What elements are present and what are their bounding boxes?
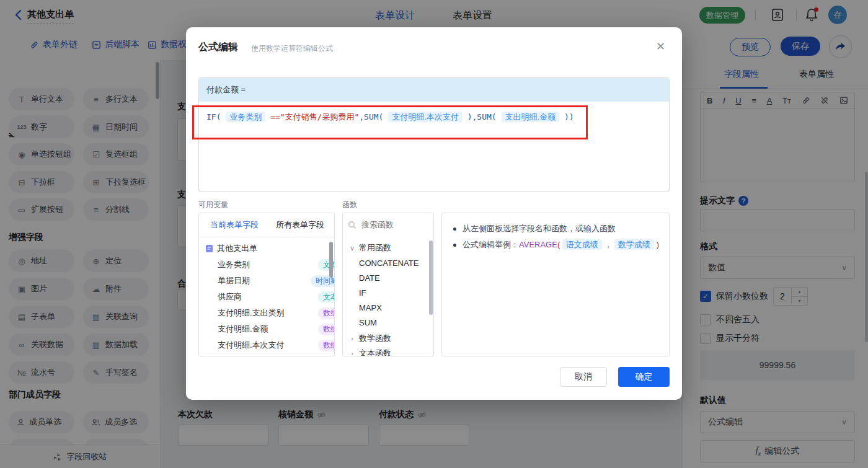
variable-row[interactable]: 业务类别文本 xyxy=(199,257,335,273)
app-root: 其他支出单 表单设计 表单设置 数据管理 存 表单外链 后端脚本 数据权限 预览… xyxy=(0,0,868,468)
tree-root[interactable]: 其他支出单 xyxy=(199,241,335,257)
example-chip: 数学成绩 xyxy=(614,239,654,250)
variables-label: 可用变量 xyxy=(198,200,228,210)
variables-scrollbar[interactable] xyxy=(329,242,333,278)
cancel-button[interactable]: 取消 xyxy=(560,367,607,387)
formula-target: 付款金额 = xyxy=(199,78,669,102)
help-line-1: 从左侧面板选择字段名和函数，或输入函数 xyxy=(453,223,616,234)
variable-row[interactable]: 支付明细.支出类别数组 xyxy=(199,305,335,321)
confirm-button[interactable]: 确定 xyxy=(618,367,670,387)
function-item[interactable]: MAPX xyxy=(343,300,434,315)
variable-row[interactable]: 供应商文本 xyxy=(199,289,335,305)
type-badge: 文本 xyxy=(318,291,335,303)
tab-all-form-fields[interactable]: 所有表单字段 xyxy=(276,219,324,231)
function-search[interactable] xyxy=(343,213,433,234)
bullet-icon xyxy=(453,227,456,231)
bullet-icon xyxy=(453,244,456,247)
function-search-input[interactable] xyxy=(360,219,425,230)
functions-scrollbar[interactable] xyxy=(429,241,433,315)
modal-subtitle: 使用数学运算符编辑公式 xyxy=(251,43,333,54)
variables-panel: 当前表单字段 所有表单字段 其他支出单 业务类别文本 单据日期时间戳 供应商文本… xyxy=(198,213,335,356)
tab-current-form-fields[interactable]: 当前表单字段 xyxy=(210,219,259,231)
variable-row[interactable]: 单据日期时间戳 xyxy=(199,273,335,289)
function-item[interactable]: IF xyxy=(343,285,434,300)
function-item[interactable]: CONCATENATE xyxy=(343,255,434,270)
close-icon[interactable]: ✕ xyxy=(656,40,665,53)
modal-title: 公式编辑 xyxy=(198,41,238,54)
help-panel: 从左侧面板选择字段名和函数，或输入函数 公式编辑举例：AVERAGE( 语文成绩… xyxy=(441,213,670,356)
type-badge: 数组 xyxy=(318,340,335,351)
variable-row[interactable]: 支付明细.金额数组 xyxy=(199,321,335,337)
document-icon xyxy=(205,244,213,253)
variable-row[interactable]: 支付明细.本次支付数组 xyxy=(199,337,335,353)
formula-edit-modal: 公式编辑 使用数学运算符编辑公式 ✕ 付款金额 = IF( 业务类别 =="支付… xyxy=(186,27,682,400)
variables-tabs: 当前表单字段 所有表单字段 xyxy=(199,213,334,237)
function-group-common[interactable]: ∨常用函数 xyxy=(343,241,433,255)
function-group-math[interactable]: ›数学函数 xyxy=(343,331,433,346)
type-badge: 数组 xyxy=(318,307,335,319)
search-icon xyxy=(348,221,356,229)
type-badge: 数组 xyxy=(318,324,335,335)
function-group-text[interactable]: ›文本函数 xyxy=(343,346,433,356)
help-line-2: 公式编辑举例：AVERAGE( 语文成绩 ， 数学成绩 ) xyxy=(453,239,659,250)
functions-label: 函数 xyxy=(342,200,357,210)
function-item[interactable]: SUM xyxy=(343,315,434,330)
function-item[interactable]: DATE xyxy=(343,270,434,285)
example-chip: 语文成绩 xyxy=(562,239,602,250)
annotation-red-box xyxy=(192,105,588,139)
functions-panel: ∨常用函数 CONCATENATE DATE IF MAPX SUM ›数学函数… xyxy=(342,213,434,356)
